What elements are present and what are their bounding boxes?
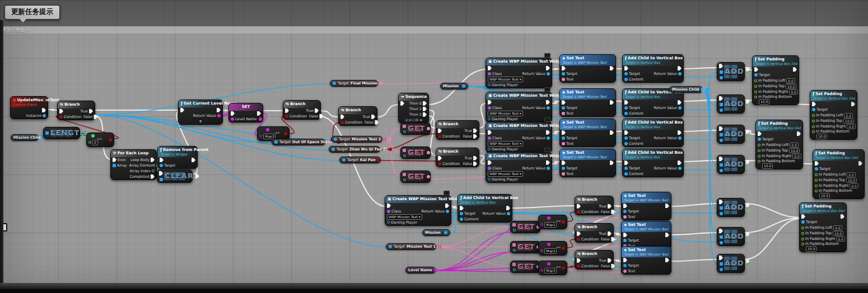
set-padding-4[interactable]: ƒSet PaddingTarget is Vertical Box SlotT… [813, 149, 865, 199]
bottom-scrollbar-track[interactable] [0, 289, 868, 293]
array-add-3[interactable]: ADD [717, 125, 745, 144]
exec-pin[interactable] [285, 108, 289, 113]
object-pin[interactable] [623, 210, 627, 213]
value-field[interactable]: 0.0 [844, 113, 853, 119]
exec-pin[interactable] [610, 130, 614, 135]
exec-pin[interactable] [610, 66, 614, 70]
object-pin[interactable] [488, 148, 491, 150]
sequence[interactable]: ➡SequenceThen 0Then 1Then 2添加引脚 ✚ [398, 93, 429, 124]
float-pin[interactable] [815, 173, 818, 176]
object-pin[interactable] [720, 139, 723, 142]
value-field[interactable]: Map1== [544, 222, 557, 228]
map-pin[interactable] [403, 149, 406, 152]
blueprint-graph-canvas[interactable]: 更新任务提示 更新任务提示 ◇UpdateMissionTextCustom E… [0, 0, 868, 293]
exec-pin[interactable] [719, 256, 723, 260]
float-pin[interactable] [758, 149, 760, 152]
exec-pin[interactable] [665, 258, 669, 262]
value-field[interactable]: WBP Mission Text ▾ [488, 111, 523, 116]
exec-pin[interactable] [473, 134, 477, 139]
exec-pin[interactable] [151, 174, 155, 179]
exec-pin[interactable] [438, 129, 442, 133]
text-pin[interactable] [427, 151, 430, 154]
text-pin[interactable] [562, 78, 565, 81]
bool-pin[interactable] [109, 138, 112, 141]
value-field[interactable]: 0== [92, 140, 98, 145]
float-pin[interactable] [801, 243, 804, 245]
exec-pin[interactable] [608, 204, 612, 209]
exec-pin[interactable] [812, 102, 816, 106]
object-pin[interactable] [720, 76, 723, 79]
exec-pin[interactable] [610, 160, 614, 165]
object-pin[interactable] [707, 88, 710, 91]
object-pin[interactable] [720, 169, 723, 172]
class-pin[interactable] [488, 167, 491, 170]
map-pin[interactable] [403, 125, 406, 128]
exec-pin[interactable] [192, 158, 195, 162]
mission-child-pill-2[interactable]: Mission Child [669, 86, 703, 93]
object-pin[interactable] [333, 82, 336, 85]
exec-pin[interactable] [746, 130, 750, 134]
exec-pin[interactable] [746, 160, 750, 164]
array-add-4[interactable]: ADD [717, 155, 745, 174]
value-field[interactable]: 0.0 [792, 154, 801, 159]
text-pin[interactable] [562, 172, 565, 176]
array-length[interactable]: LENGTH [43, 127, 80, 139]
int-pin[interactable] [746, 239, 749, 242]
array-add-6[interactable]: ADD [717, 227, 745, 246]
string-pin[interactable] [540, 269, 543, 272]
float-pin[interactable] [754, 91, 757, 93]
branch-4[interactable]: ⇆BranchTrueConditionFalse [436, 120, 479, 140]
exec-pin[interactable] [719, 157, 723, 161]
exec-pin[interactable] [624, 130, 628, 135]
object-pin[interactable] [488, 83, 491, 86]
exec-pin[interactable] [746, 259, 750, 263]
update-mission-text-event[interactable]: ◇UpdateMissionTextCustom EventInstacne [10, 96, 48, 119]
object-pin[interactable] [547, 72, 550, 75]
mission-pill-1[interactable]: Mission [440, 83, 468, 89]
text-pin[interactable] [623, 215, 627, 219]
remove-from-parent[interactable]: ƒRemove from ParentTarget is WidgetTarge… [157, 146, 198, 169]
object-pin[interactable] [562, 72, 565, 75]
set-padding-5[interactable]: ƒSet PaddingTarget is Vertical Box SlotT… [799, 202, 847, 252]
object-pin[interactable] [274, 140, 278, 144]
value-field[interactable]: 0.0 [789, 89, 798, 95]
object-pin[interactable] [754, 73, 758, 77]
array-pin[interactable] [720, 262, 723, 266]
object-pin[interactable] [507, 212, 510, 215]
array-pin[interactable] [45, 131, 49, 135]
level-name-pill[interactable]: Level Name [405, 267, 436, 273]
exec-pin[interactable] [231, 111, 235, 116]
int-pin[interactable] [746, 167, 749, 169]
exec-pin[interactable] [678, 100, 682, 105]
exec-pin[interactable] [195, 174, 199, 178]
bool-pin[interactable] [577, 238, 580, 241]
exec-pin[interactable] [665, 204, 669, 208]
exec-pin[interactable] [546, 100, 550, 105]
float-pin[interactable] [801, 232, 804, 235]
add-child-vbox-3[interactable]: ƒAdd Child to Vertical BoxTarget is Vert… [622, 119, 684, 147]
value-field[interactable]: 10.0 [843, 119, 854, 124]
exec-pin[interactable] [319, 114, 323, 119]
exec-pin[interactable] [387, 204, 391, 208]
array-pin[interactable] [720, 163, 723, 167]
int-pin[interactable] [746, 74, 749, 77]
array-add-1[interactable]: ADD [717, 62, 745, 81]
array-pin[interactable] [720, 133, 723, 136]
exec-pin[interactable] [758, 131, 762, 136]
target-final-mission-pill[interactable]: TargetFinal Mission [330, 80, 378, 87]
set-text-7[interactable]: ◈Set TextTarget is WBP Mission TextTarge… [621, 246, 671, 275]
object-pin[interactable] [444, 231, 447, 234]
string-pin[interactable] [547, 216, 550, 220]
object-pin[interactable] [547, 167, 550, 170]
exec-pin[interactable] [719, 64, 723, 68]
string-equals-map2[interactable]: Map2== [538, 241, 567, 256]
exec-pin[interactable] [506, 206, 510, 210]
array-add-2[interactable]: ADD [717, 94, 745, 114]
float-pin[interactable] [758, 144, 760, 146]
class-pin[interactable] [488, 72, 491, 75]
float-pin[interactable] [815, 179, 818, 182]
exec-pin[interactable] [577, 258, 581, 263]
value-field[interactable]: 0.0 [786, 78, 795, 84]
exec-pin[interactable] [257, 111, 261, 116]
exec-pin[interactable] [562, 160, 566, 165]
